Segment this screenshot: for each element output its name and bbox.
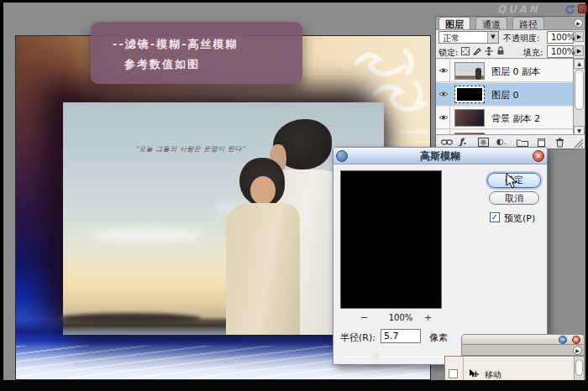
opacity-label: 不透明度: <box>503 33 539 44</box>
eye-icon[interactable] <box>438 67 449 74</box>
history-tab-strip: ▶ <box>461 345 585 356</box>
history-panel-header[interactable]: − ✕ <box>461 334 585 345</box>
panel-resize-grip[interactable] <box>574 138 584 149</box>
annotation-line2: 参考数值如图 <box>113 55 302 75</box>
layer-row-layer0[interactable]: 图层 0 <box>436 83 574 106</box>
cloud-streak <box>88 228 206 242</box>
close-icon[interactable]: ✕ <box>533 150 544 162</box>
layers-list: 图层 0 副本 图层 0 <box>436 60 574 136</box>
fill-spinner[interactable]: ▶ <box>575 45 584 56</box>
visibility-cell[interactable] <box>436 107 450 129</box>
move-tool-icon <box>469 369 479 378</box>
history-item-move[interactable]: 移动 <box>445 368 584 379</box>
zoom-in-icon[interactable]: + <box>424 312 432 323</box>
photo-quote-text: "오늘 그들의 사랑은 운명이 된다" <box>135 144 245 154</box>
panel-menu-button[interactable]: ▶ <box>573 346 582 355</box>
woman-face <box>250 176 276 205</box>
woman-cardigan <box>226 203 300 335</box>
layers-panel: 图层 通道 路径 ▶ 正常 ▼ 不透明度: 100% ▶ 锁定: <box>435 16 585 149</box>
screenshot-bottom-border <box>0 380 588 391</box>
adjustment-layer-icon[interactable]: ◐. <box>496 137 507 146</box>
panel-menu-button[interactable]: ▶ <box>574 18 583 28</box>
scrollbar-thumb[interactable] <box>575 70 584 110</box>
layer-row-bg-copy2[interactable]: 背景 副本 2 <box>436 107 574 129</box>
visibility-cell[interactable] <box>436 83 450 106</box>
layer-mask-icon[interactable] <box>478 138 489 147</box>
radius-slider-handle[interactable] <box>370 352 380 360</box>
tab-paths[interactable]: 路径 <box>512 17 544 29</box>
minimize-icon[interactable]: − <box>559 336 567 344</box>
layer-name[interactable]: 图层 0 <box>491 89 519 102</box>
link-layers-icon[interactable] <box>441 139 453 145</box>
refresh-icon[interactable] <box>564 4 575 15</box>
lock-row: 锁定: 填充: 100% ▶ <box>436 44 585 59</box>
scroll-up-icon[interactable]: ▲ <box>574 59 585 69</box>
visibility-cell[interactable] <box>436 60 450 82</box>
blend-mode-select[interactable]: 正常 ▼ <box>438 31 499 44</box>
blend-row: 正常 ▼ 不透明度: 100% ▶ <box>436 30 585 44</box>
chevron-down-icon[interactable]: ▼ <box>487 32 498 43</box>
layer-name[interactable]: 背景 副本 2 <box>491 112 540 125</box>
lock-position-icon[interactable] <box>485 47 493 55</box>
history-list: 移动 通过拷贝的图层 <box>444 356 585 383</box>
opacity-field[interactable]: 100% <box>547 31 574 44</box>
eye-icon[interactable] <box>438 114 449 121</box>
cancel-button[interactable]: 取消 <box>489 191 539 205</box>
lock-all-icon[interactable] <box>496 46 505 55</box>
layers-scrollbar[interactable]: ▲ ▼ <box>573 59 585 136</box>
lock-pixels-icon[interactable] <box>473 47 481 55</box>
lock-transparency-icon[interactable] <box>461 47 470 55</box>
hill-silhouette <box>58 313 201 324</box>
preview-checkbox[interactable]: ✓ <box>490 212 500 222</box>
favorite-icon[interactable] <box>578 4 587 13</box>
close-icon[interactable]: ✕ <box>572 336 580 344</box>
tab-channels[interactable]: 通道 <box>475 17 507 29</box>
thumb-figure <box>475 68 481 80</box>
annotation-line1: --滤镜-模糊-高丝模糊 <box>113 34 302 55</box>
tab-layers[interactable]: 图层 <box>438 17 470 29</box>
delete-layer-icon[interactable] <box>555 138 564 148</box>
fill-field[interactable]: 100% <box>547 45 574 58</box>
photoshop-workspace: "오늘 그들의 사랑은 운명이 된다" --滤镜-模糊-高丝模糊 参考数值如图 … <box>3 3 585 380</box>
layer-group-icon[interactable] <box>517 138 528 147</box>
layer-style-icon[interactable]: ƒ. <box>459 137 466 146</box>
layer-row-layer0-copy[interactable]: 图层 0 副本 <box>436 60 574 82</box>
layer-thumbnail[interactable] <box>454 109 485 127</box>
eye-icon[interactable] <box>438 91 449 97</box>
history-source-checkbox[interactable] <box>449 369 458 378</box>
site-watermark: QUAN <box>497 3 540 15</box>
dialog-titlebar[interactable]: 高斯模糊 <box>333 148 547 164</box>
zoom-out-icon[interactable]: − <box>360 312 368 323</box>
layer-thumbnail-selected[interactable] <box>454 86 485 103</box>
layer-name[interactable]: 图层 0 副本 <box>491 65 540 78</box>
fill-value: 100% <box>551 47 575 56</box>
opacity-spinner[interactable]: ▶ <box>575 31 584 42</box>
fill-label: 填充: <box>523 47 543 59</box>
dialog-system-icon <box>336 150 348 162</box>
scrollbar-thumb[interactable] <box>575 359 583 376</box>
mouse-cursor <box>506 173 518 189</box>
radius-unit-label: 像素 <box>429 331 448 344</box>
panel-tabs-row: 图层 通道 路径 ▶ <box>436 17 585 30</box>
preview-checkbox-label: 预览(P) <box>504 212 535 225</box>
tutorial-annotation: --滤镜-模糊-高丝模糊 参考数值如图 <box>91 22 302 84</box>
blend-mode-value: 正常 <box>443 34 459 43</box>
layer-thumbnail[interactable] <box>454 62 485 80</box>
preview-zoom-value: 100% <box>375 313 426 322</box>
history-scrollbar[interactable] <box>574 357 584 382</box>
radius-input[interactable] <box>381 329 421 343</box>
radius-label: 半径(R): <box>340 331 375 344</box>
lock-label: 锁定: <box>438 47 458 59</box>
blur-preview-area[interactable] <box>340 170 442 309</box>
opacity-value: 100% <box>551 33 575 42</box>
